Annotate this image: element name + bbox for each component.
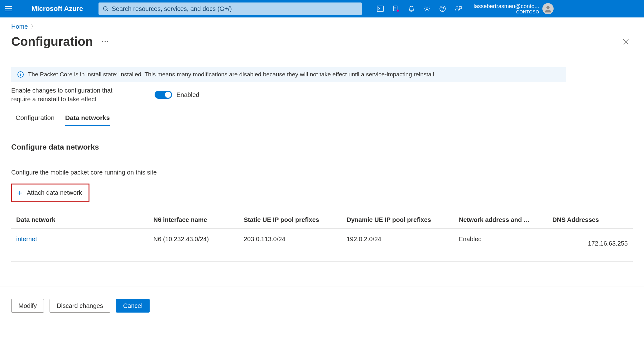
cloud-shell-button[interactable] (372, 0, 388, 17)
attach-data-network-button[interactable]: ＋ Attach data network (13, 185, 88, 200)
more-actions-button[interactable]: ··· (102, 38, 109, 46)
user-email: lassebertrasmen@conto... (473, 3, 539, 10)
plus-icon: ＋ (16, 189, 24, 197)
enable-changes-toggle[interactable] (155, 91, 172, 99)
global-search[interactable] (99, 2, 362, 15)
help-button[interactable] (435, 0, 450, 17)
tab-bar: Configuration Data networks (11, 114, 633, 126)
col-data-network[interactable]: Data network (16, 216, 153, 223)
col-napt[interactable]: Network address and … (459, 216, 552, 223)
account-menu[interactable]: lassebertrasmen@conto... CONTOSO (467, 0, 555, 17)
section-description: Configure the mobile packet core running… (11, 169, 633, 176)
close-icon (623, 39, 629, 45)
settings-button[interactable] (419, 0, 435, 17)
global-search-input[interactable] (112, 5, 358, 12)
hamburger-menu-button[interactable] (0, 0, 17, 17)
discard-changes-button[interactable]: Discard changes (50, 299, 110, 313)
help-icon (439, 5, 446, 12)
modify-button[interactable]: Modify (11, 299, 44, 313)
cancel-button[interactable]: Cancel (116, 299, 150, 313)
enable-changes-status: Enabled (176, 91, 199, 98)
cell-n6: N6 (10.232.43.0/24) (153, 236, 244, 243)
svg-rect-2 (377, 6, 383, 12)
attach-button-label: Attach data network (27, 189, 82, 196)
table-header-row: Data network N6 interface name Static UE… (11, 211, 633, 229)
data-networks-table: Data network N6 interface name Static UE… (11, 211, 633, 262)
cloud-shell-icon (377, 6, 384, 12)
cell-dynamic-ue: 192.0.2.0/24 (347, 236, 459, 243)
cell-napt: Enabled (459, 236, 552, 243)
copilot-button[interactable] (388, 0, 404, 17)
col-n6[interactable]: N6 interface name (153, 216, 244, 223)
tab-configuration[interactable]: Configuration (16, 114, 55, 126)
search-icon (103, 6, 108, 12)
cell-dns: 172.16.63.255 (552, 236, 633, 247)
cell-static-ue: 203.0.113.0/24 (244, 236, 347, 243)
page-title: Configuration (11, 35, 93, 49)
footer-actions: Modify Discard changes Cancel (0, 286, 644, 325)
avatar (542, 3, 554, 14)
svg-line-1 (107, 10, 108, 11)
svg-point-6 (426, 8, 428, 10)
col-dns[interactable]: DNS Addresses (552, 216, 633, 223)
copilot-icon (392, 5, 399, 12)
tab-data-networks[interactable]: Data networks (65, 114, 110, 126)
info-banner: i The Packet Core is in install state: I… (11, 67, 566, 82)
section-title: Configure data networks (11, 143, 633, 151)
bell-icon (408, 5, 415, 12)
svg-point-10 (546, 6, 550, 9)
svg-point-9 (456, 6, 458, 8)
svg-rect-4 (393, 6, 397, 11)
azure-header: Microsoft Azure lassebertrasmen@conto...… (0, 0, 644, 17)
feedback-icon (454, 5, 462, 12)
info-icon: i (17, 71, 24, 78)
table-row: internet N6 (10.232.43.0/24) 203.0.113.0… (11, 229, 633, 262)
attach-button-highlight: ＋ Attach data network (11, 184, 89, 202)
svg-point-0 (103, 7, 107, 10)
brand-label[interactable]: Microsoft Azure (17, 5, 99, 13)
svg-point-5 (397, 10, 399, 12)
hamburger-icon (5, 6, 12, 11)
avatar-icon (544, 4, 552, 13)
breadcrumb: Home 〉 (11, 23, 633, 30)
gear-icon (424, 5, 430, 12)
enable-changes-label: Enable changes to configuration that req… (11, 86, 130, 103)
user-tenant: CONTOSO (473, 9, 539, 14)
col-static-ue[interactable]: Static UE IP pool prefixes (244, 216, 347, 223)
data-network-link[interactable]: internet (16, 236, 37, 242)
info-banner-text: The Packet Core is in install state: Ins… (28, 71, 436, 78)
svg-point-8 (443, 10, 443, 11)
chevron-right-icon: 〉 (31, 23, 36, 30)
notifications-button[interactable] (404, 0, 419, 17)
breadcrumb-home-link[interactable]: Home (11, 23, 28, 30)
feedback-button[interactable] (450, 0, 466, 17)
close-blade-button[interactable] (619, 36, 633, 47)
col-dynamic-ue[interactable]: Dynamic UE IP pool prefixes (347, 216, 459, 223)
